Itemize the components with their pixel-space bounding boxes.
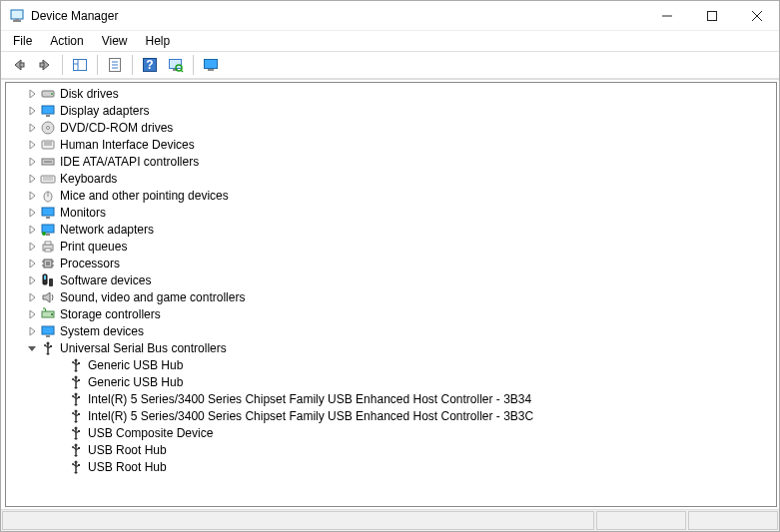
toolbar-help-button[interactable]: ?: [138, 53, 162, 77]
display-icon: [40, 103, 56, 119]
svg-rect-22: [205, 60, 218, 69]
menu-action[interactable]: Action: [42, 33, 91, 49]
svg-rect-56: [49, 278, 53, 286]
tree-node[interactable]: System devices: [6, 322, 776, 339]
svg-rect-102: [78, 447, 80, 449]
toolbar-show-hide-button[interactable]: [68, 53, 92, 77]
tree-node[interactable]: Monitors: [6, 204, 776, 221]
chevron-right-icon[interactable]: [26, 190, 38, 202]
tree-node[interactable]: Human Interface Devices: [6, 136, 776, 153]
tree-node-label: Software devices: [60, 273, 151, 287]
tree-node[interactable]: Storage controllers: [6, 305, 776, 322]
tree-node[interactable]: Processors: [6, 255, 776, 271]
software-icon: [40, 272, 56, 288]
minimize-button[interactable]: [644, 1, 689, 30]
menubar: File Action View Help: [1, 31, 779, 51]
status-panel-aux1: [596, 511, 686, 530]
tree-node[interactable]: Sound, video and game controllers: [6, 288, 776, 305]
tree-child-node[interactable]: Intel(R) 5 Series/3400 Series Chipset Fa…: [6, 390, 776, 407]
tree-node[interactable]: IDE ATA/ATAPI controllers: [6, 153, 776, 170]
window-controls: [644, 1, 779, 30]
svg-rect-55: [44, 275, 46, 279]
toolbar-properties-button[interactable]: [103, 53, 127, 77]
chevron-right-icon[interactable]: [26, 274, 38, 286]
tree-node[interactable]: Display adapters: [6, 102, 776, 119]
tree-child-node[interactable]: Intel(R) 5 Series/3400 Series Chipset Fa…: [6, 407, 776, 424]
usb-icon: [68, 408, 84, 424]
chevron-right-icon[interactable]: [26, 308, 38, 320]
chevron-right-icon[interactable]: [26, 139, 38, 151]
device-tree[interactable]: Disk drivesDisplay adaptersDVD/CD-ROM dr…: [5, 82, 777, 507]
status-panel-aux2: [688, 511, 778, 530]
tree-node[interactable]: Network adapters: [6, 221, 776, 238]
tree-node-label: IDE ATA/ATAPI controllers: [60, 155, 199, 169]
chevron-right-icon[interactable]: [26, 241, 38, 253]
tree-node[interactable]: Keyboards: [6, 170, 776, 187]
svg-point-29: [47, 126, 50, 129]
chevron-right-icon[interactable]: [26, 122, 38, 134]
svg-point-100: [72, 446, 74, 448]
toolbar-forward-button[interactable]: [33, 53, 57, 77]
system-icon: [40, 323, 56, 339]
svg-rect-8: [40, 63, 44, 67]
tree-child-node[interactable]: Generic USB Hub: [6, 356, 776, 373]
content-area: Disk drivesDisplay adaptersDVD/CD-ROM dr…: [1, 79, 779, 509]
chevron-right-icon[interactable]: [26, 88, 38, 100]
chevron-right-icon[interactable]: [26, 258, 38, 269]
usb-icon: [68, 374, 84, 390]
chevron-right-icon[interactable]: [26, 207, 38, 219]
maximize-button[interactable]: [689, 1, 734, 30]
app-icon: [9, 8, 25, 24]
tree-node-label: System devices: [60, 324, 144, 338]
ide-icon: [40, 154, 56, 170]
chevron-right-icon[interactable]: [26, 291, 38, 303]
hid-icon: [40, 137, 56, 153]
chevron-right-icon[interactable]: [26, 105, 38, 117]
tree-child-node[interactable]: USB Root Hub: [6, 441, 776, 458]
svg-rect-42: [42, 225, 54, 233]
svg-rect-72: [78, 362, 80, 364]
svg-rect-59: [42, 326, 54, 334]
toolbar-scan-button[interactable]: [164, 53, 188, 77]
chevron-right-icon[interactable]: [26, 173, 38, 185]
chevron-down-icon[interactable]: [26, 342, 38, 354]
toolbar-monitor-button[interactable]: [199, 53, 223, 77]
chevron-right-icon[interactable]: [26, 224, 38, 236]
tree-node[interactable]: Mice and other pointing devices: [6, 187, 776, 204]
usb-icon: [68, 442, 84, 458]
chevron-right-icon[interactable]: [26, 156, 38, 168]
svg-point-76: [72, 378, 74, 380]
cpu-icon: [40, 256, 56, 271]
svg-rect-66: [50, 345, 52, 347]
tree-node[interactable]: Software devices: [6, 271, 776, 288]
disk-icon: [40, 86, 56, 102]
close-button[interactable]: [734, 1, 779, 30]
tree-node[interactable]: Universal Serial Bus controllers: [6, 339, 776, 356]
toolbar-separator: [193, 55, 194, 75]
svg-rect-26: [42, 106, 54, 114]
chevron-right-icon[interactable]: [26, 325, 38, 337]
dvd-icon: [40, 120, 56, 136]
network-icon: [40, 222, 56, 238]
tree-child-label: Intel(R) 5 Series/3400 Series Chipset Fa…: [88, 409, 533, 423]
tree-node-label: Network adapters: [60, 223, 154, 237]
svg-point-94: [72, 429, 74, 431]
expander-empty: [54, 461, 66, 473]
tree-child-node[interactable]: USB Root Hub: [6, 458, 776, 475]
expander-empty: [54, 393, 66, 405]
menu-file[interactable]: File: [5, 33, 40, 49]
svg-rect-108: [78, 464, 80, 466]
tree-child-node[interactable]: Generic USB Hub: [6, 373, 776, 390]
menu-help[interactable]: Help: [138, 33, 179, 49]
tree-child-node[interactable]: USB Composite Device: [6, 424, 776, 441]
svg-rect-49: [46, 262, 50, 266]
tree-node-label: DVD/CD-ROM drives: [60, 121, 173, 135]
tree-node-label: Human Interface Devices: [60, 138, 195, 152]
tree-node[interactable]: Disk drives: [6, 85, 776, 102]
menu-view[interactable]: View: [94, 33, 136, 49]
usb-icon: [40, 340, 56, 356]
tree-node[interactable]: Print queues: [6, 238, 776, 255]
toolbar-back-button[interactable]: [7, 53, 31, 77]
svg-point-70: [72, 361, 74, 363]
tree-node[interactable]: DVD/CD-ROM drives: [6, 119, 776, 136]
